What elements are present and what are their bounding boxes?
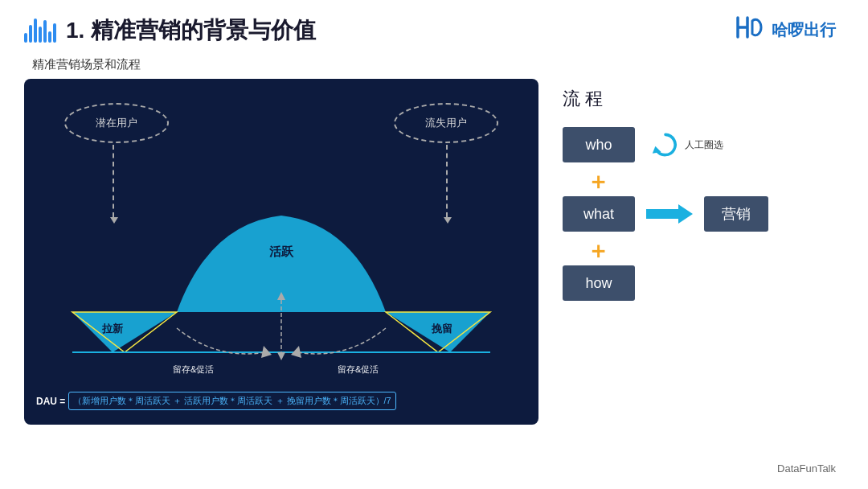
svg-marker-14 <box>277 352 285 360</box>
sound-icon <box>24 18 56 43</box>
plus-1: ＋ <box>563 171 844 193</box>
sound-bar-3 <box>34 18 37 43</box>
circle-arrow-container: 人工圈选 <box>651 130 723 159</box>
dau-label: DAU = <box>36 396 65 407</box>
diagram-svg: 活跃 拉新 挽留 留存&促活 留存&促活 <box>48 159 514 384</box>
header-title-group: 1. 精准营销的背景与价值 <box>24 15 316 46</box>
svg-text:挽留: 挽留 <box>431 323 452 335</box>
main-content: 潜在用户 流失用户 活跃 拉新 挽留 <box>0 79 868 465</box>
page-title: 1. 精准营销的背景与价值 <box>66 15 316 46</box>
sound-bar-1 <box>24 33 27 43</box>
svg-marker-1 <box>72 312 177 352</box>
lost-users-label: 流失用户 <box>425 116 467 130</box>
what-row: what 营销 <box>563 196 844 232</box>
sound-bar-6 <box>48 31 51 43</box>
sound-bar-4 <box>39 27 42 43</box>
ellipse-potential-users: 潜在用户 <box>64 103 169 143</box>
svg-text:拉新: 拉新 <box>101 323 124 335</box>
header: 1. 精准营销的背景与价值 哈啰出行 <box>0 0 868 54</box>
circle-arrow-icon <box>651 130 680 159</box>
logo-area: 哈啰出行 <box>735 14 836 46</box>
svg-text:留存&促活: 留存&促活 <box>173 364 214 374</box>
what-box: what <box>563 196 635 232</box>
flow-panel: 流 程 who 人工圈选 ＋ what <box>563 79 844 465</box>
flow-items: who 人工圈选 ＋ what 营销 <box>563 127 844 301</box>
svg-marker-16 <box>646 204 693 224</box>
svg-text:活跃: 活跃 <box>269 244 294 258</box>
potential-users-label: 潜在用户 <box>96 116 137 130</box>
subtitle: 精准营销场景和流程 <box>0 54 868 79</box>
plus-2: ＋ <box>563 240 844 262</box>
sound-bar-2 <box>29 25 32 43</box>
svg-text:留存&促活: 留存&促活 <box>338 364 379 374</box>
who-row: who 人工圈选 <box>563 127 844 162</box>
rengong-label: 人工圈选 <box>685 138 723 152</box>
flow-title: 流 程 <box>563 87 844 111</box>
who-box: who <box>563 127 635 162</box>
logo-icon <box>735 14 765 46</box>
dau-formula-box: （新增用户数＊周活跃天 ＋ 活跃用户数＊周活跃天 ＋ 挽留用户数＊周活跃天）/7 <box>68 392 395 410</box>
logo-text: 哈啰出行 <box>772 19 836 41</box>
diagram-container: 潜在用户 流失用户 活跃 拉新 挽留 <box>24 79 538 425</box>
dau-formula: DAU = （新增用户数＊周活跃天 ＋ 活跃用户数＊周活跃天 ＋ 挽留用户数＊周… <box>36 392 526 410</box>
datafuntalk-label: DataFunTalk <box>777 462 836 475</box>
how-box: how <box>563 265 635 301</box>
how-row: how <box>563 265 844 301</box>
sound-bar-7 <box>53 23 56 43</box>
ellipse-lost-users: 流失用户 <box>394 103 498 143</box>
sound-bar-5 <box>43 20 47 43</box>
right-arrow-icon <box>646 203 693 225</box>
marketing-box: 营销 <box>704 196 768 232</box>
